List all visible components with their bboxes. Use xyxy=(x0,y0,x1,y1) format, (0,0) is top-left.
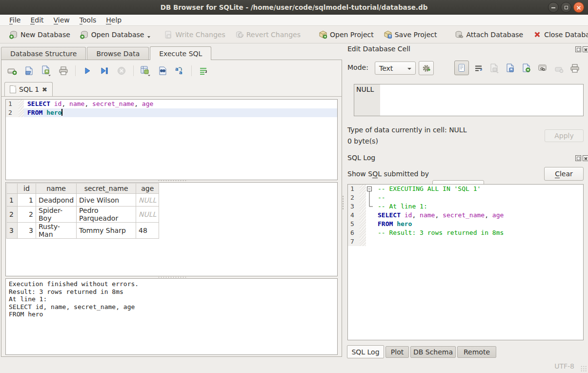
code-line[interactable]: 1-- EXECUTING ALL IN 'SQL 1' xyxy=(348,185,583,193)
code-line[interactable]: 3-- At line 1: xyxy=(348,202,583,211)
cell-editor[interactable]: NULL xyxy=(354,84,584,116)
sql-tab-bar: SQL 1 ✖ xyxy=(1,82,342,97)
save-project-button[interactable]: Save Project xyxy=(380,28,441,41)
gutter-hatch xyxy=(360,202,366,211)
results-table: id name secret_name age 1 1 Deadpond Div… xyxy=(6,183,159,239)
col-header-name[interactable]: name xyxy=(36,184,77,194)
write-changes-button[interactable]: Write Changes xyxy=(161,28,228,41)
bottom-tab-plot[interactable]: Plot xyxy=(385,346,409,358)
line-number: 2 xyxy=(6,108,19,117)
tab-database-structure[interactable]: Database Structure xyxy=(1,47,86,60)
open-database-button[interactable]: Open Database xyxy=(77,28,154,41)
word-wrap-icon[interactable] xyxy=(473,62,485,74)
sql-tab-close-icon[interactable]: ✖ xyxy=(42,86,47,93)
bottom-tab-remote[interactable]: Remote xyxy=(457,346,496,358)
line-number: 2 xyxy=(348,193,360,202)
set-null-icon[interactable] xyxy=(553,63,565,75)
line-number: 4 xyxy=(348,211,360,220)
code-line[interactable]: 2-- xyxy=(348,193,583,202)
find-in-file-icon[interactable] xyxy=(157,65,168,77)
dock-float-icon[interactable] xyxy=(575,155,581,161)
import-cell-data-icon[interactable] xyxy=(505,62,516,74)
menu-view[interactable]: View xyxy=(49,15,74,25)
col-header-secret-name[interactable]: secret_name xyxy=(77,184,136,194)
bottom-tab-db-schema[interactable]: DB Schema xyxy=(410,346,456,358)
new-sql-tab-icon[interactable] xyxy=(6,65,18,77)
execute-current-line-icon[interactable] xyxy=(99,65,110,77)
execute-sql-panel: aa SQL 1 ✖ 1SELECT id, name, secret_name… xyxy=(1,60,342,357)
maximize-button[interactable] xyxy=(561,2,571,13)
table-row[interactable]: 2 2 Spider-Boy Pedro Parqueador NULL xyxy=(7,207,159,223)
menu-tools[interactable]: Tools xyxy=(75,15,101,25)
fold-marker-icon[interactable] xyxy=(366,185,374,193)
cell-size-info: 0 byte(s) xyxy=(347,137,378,145)
open-project-button[interactable]: Open Project xyxy=(315,28,377,41)
save-cell-icon[interactable] xyxy=(488,62,500,74)
print-icon[interactable] xyxy=(58,65,69,77)
apply-settings-icon xyxy=(422,64,431,73)
code-line[interactable]: 2FROM hero xyxy=(6,108,337,117)
code-text: FROM hero xyxy=(374,220,583,228)
code-line[interactable]: 7 xyxy=(348,237,583,246)
open-sql-file-icon[interactable] xyxy=(23,65,35,77)
line-number: 5 xyxy=(348,220,360,228)
word-wrap-icon[interactable] xyxy=(198,65,209,77)
apply-button[interactable]: Apply xyxy=(545,129,584,142)
line-number: 1 xyxy=(6,100,19,108)
dock-close-icon[interactable] xyxy=(583,46,588,52)
close-database-button[interactable]: Close Database xyxy=(529,28,588,41)
format-sql-icon[interactable]: aa xyxy=(174,65,185,77)
table-row[interactable]: 3 3 Rusty-Man Tommy Sharp 48 xyxy=(7,223,159,239)
code-line[interactable]: 1SELECT id, name, secret_name, age xyxy=(6,100,337,108)
code-line[interactable]: 5FROM hero xyxy=(348,220,583,228)
sql-log-view[interactable]: 1-- EXECUTING ALL IN 'SQL 1'2--3-- At li… xyxy=(347,184,584,340)
col-header-id[interactable]: id xyxy=(18,184,36,194)
print-cell-icon[interactable] xyxy=(569,62,581,74)
close-button[interactable] xyxy=(573,2,584,13)
open-database-dropdown-caret[interactable] xyxy=(147,36,150,38)
tab-browse-data[interactable]: Browse Data xyxy=(87,47,149,60)
menu-edit[interactable]: Edit xyxy=(26,15,48,25)
text-mode-button[interactable] xyxy=(454,61,469,75)
mode-combobox[interactable]: Text xyxy=(375,62,416,75)
code-line[interactable]: 4SELECT id, name, secret_name, age xyxy=(348,211,583,220)
minimize-button[interactable] xyxy=(548,2,559,13)
dock-float-icon[interactable] xyxy=(575,46,581,52)
menu-file[interactable]: File xyxy=(5,15,25,25)
text-mode-icon xyxy=(457,63,466,72)
resize-grip[interactable] xyxy=(581,366,587,372)
code-text: SELECT id, name, secret_name, age xyxy=(24,100,337,108)
corner-header[interactable] xyxy=(7,184,18,194)
save-sql-file-icon[interactable] xyxy=(41,65,52,77)
cell-type-info: Type of data currently in cell: NULL xyxy=(347,126,466,134)
svg-text:a: a xyxy=(175,66,179,72)
menu-help[interactable]: Help xyxy=(101,15,126,25)
clear-button[interactable]: Clear xyxy=(544,167,584,181)
apply-settings-button[interactable] xyxy=(419,61,434,75)
sql-editor[interactable]: 1SELECT id, name, secret_name, age2FROM … xyxy=(5,99,338,180)
open-external-icon[interactable] xyxy=(537,62,548,74)
open-database-icon xyxy=(80,30,89,39)
execute-all-icon[interactable] xyxy=(81,65,93,77)
export-results-icon[interactable] xyxy=(140,65,151,77)
sql-tab-label: SQL 1 xyxy=(19,85,39,93)
new-database-button[interactable]: New Database xyxy=(6,28,74,41)
export-cell-data-icon[interactable] xyxy=(521,62,532,74)
bottom-tab-sql-log[interactable]: SQL Log xyxy=(347,345,384,358)
col-header-age[interactable]: age xyxy=(136,184,159,194)
code-line[interactable]: 6-- Result: 3 rows returned in 8ms xyxy=(348,228,583,237)
attach-database-button[interactable]: Attach Database xyxy=(451,28,527,41)
new-database-icon xyxy=(9,30,18,39)
fold-column xyxy=(366,228,374,237)
sql-tab-sql1[interactable]: SQL 1 ✖ xyxy=(4,82,53,96)
toolbar-separator xyxy=(75,65,76,76)
stop-icon[interactable] xyxy=(116,65,127,77)
panel-splitter[interactable] xyxy=(342,195,345,210)
titlebar[interactable]: DB Browser for SQLite - /home/user/code/… xyxy=(0,0,588,15)
editor-grid-splitter[interactable] xyxy=(158,180,187,182)
tab-execute-sql[interactable]: Execute SQL xyxy=(150,46,211,60)
encoding-indicator[interactable]: UTF-8 xyxy=(554,362,574,370)
table-row[interactable]: 1 1 Deadpond Dive Wilson NULL xyxy=(7,194,159,207)
revert-changes-button[interactable]: Revert Changes xyxy=(232,28,304,41)
dock-close-icon[interactable] xyxy=(583,155,588,161)
